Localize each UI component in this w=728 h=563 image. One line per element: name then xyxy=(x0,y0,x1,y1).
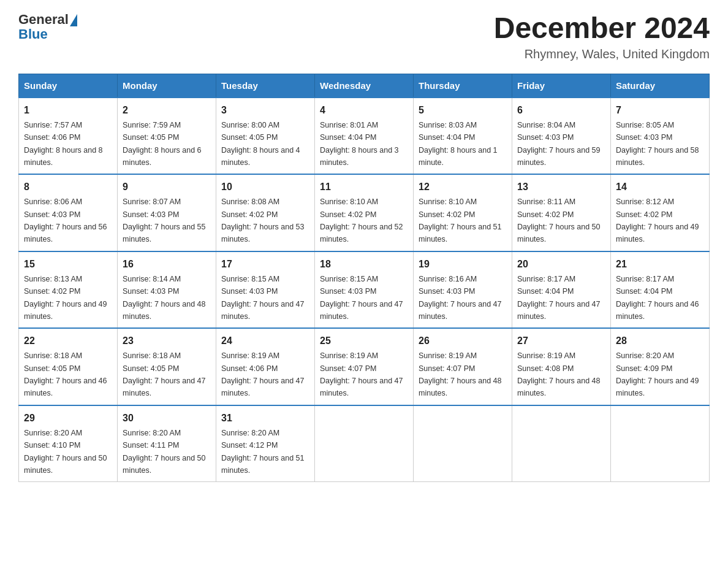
day-number: 31 xyxy=(221,411,309,426)
day-info: Sunrise: 8:15 AMSunset: 4:03 PMDaylight:… xyxy=(320,275,403,321)
calendar-day-cell: 22 Sunrise: 8:18 AMSunset: 4:05 PMDaylig… xyxy=(19,328,118,405)
day-number: 2 xyxy=(123,103,211,118)
day-number: 29 xyxy=(24,411,112,426)
calendar-day-cell: 21 Sunrise: 8:17 AMSunset: 4:04 PMDaylig… xyxy=(611,251,710,329)
day-info: Sunrise: 8:05 AMSunset: 4:03 PMDaylight:… xyxy=(616,121,699,167)
day-number: 14 xyxy=(616,180,704,194)
day-info: Sunrise: 8:04 AMSunset: 4:03 PMDaylight:… xyxy=(517,121,601,167)
day-number: 5 xyxy=(419,103,507,118)
calendar-day-cell: 31 Sunrise: 8:20 AMSunset: 4:12 PMDaylig… xyxy=(216,405,315,482)
day-info: Sunrise: 8:07 AMSunset: 4:03 PMDaylight:… xyxy=(123,197,206,243)
calendar-day-cell: 19 Sunrise: 8:16 AMSunset: 4:03 PMDaylig… xyxy=(414,251,512,329)
calendar-day-cell xyxy=(611,405,710,482)
calendar-table: SundayMondayTuesdayWednesdayThursdayFrid… xyxy=(18,74,710,483)
day-info: Sunrise: 8:20 AMSunset: 4:09 PMDaylight:… xyxy=(616,351,699,397)
days-header-row: SundayMondayTuesdayWednesdayThursdayFrid… xyxy=(19,74,710,98)
day-number: 9 xyxy=(123,180,211,194)
calendar-day-cell: 14 Sunrise: 8:12 AMSunset: 4:02 PMDaylig… xyxy=(611,174,710,251)
calendar-day-cell: 17 Sunrise: 8:15 AMSunset: 4:03 PMDaylig… xyxy=(216,251,315,329)
day-info: Sunrise: 8:11 AMSunset: 4:02 PMDaylight:… xyxy=(517,197,601,243)
day-info: Sunrise: 7:59 AMSunset: 4:05 PMDaylight:… xyxy=(123,121,202,167)
day-info: Sunrise: 8:17 AMSunset: 4:04 PMDaylight:… xyxy=(517,275,601,321)
day-number: 20 xyxy=(517,257,605,272)
day-number: 24 xyxy=(221,334,309,348)
day-of-week-header: Tuesday xyxy=(216,74,315,98)
calendar-day-cell: 12 Sunrise: 8:10 AMSunset: 4:02 PMDaylig… xyxy=(414,174,512,251)
day-info: Sunrise: 8:00 AMSunset: 4:05 PMDaylight:… xyxy=(221,121,300,167)
calendar-week-row: 15 Sunrise: 8:13 AMSunset: 4:02 PMDaylig… xyxy=(19,251,710,329)
day-number: 17 xyxy=(221,257,309,272)
calendar-day-cell: 16 Sunrise: 8:14 AMSunset: 4:03 PMDaylig… xyxy=(118,251,216,329)
day-of-week-header: Saturday xyxy=(611,74,710,98)
day-number: 12 xyxy=(419,180,507,194)
calendar-day-cell: 23 Sunrise: 8:18 AMSunset: 4:05 PMDaylig… xyxy=(118,328,216,405)
day-info: Sunrise: 8:08 AMSunset: 4:02 PMDaylight:… xyxy=(221,197,305,243)
day-number: 3 xyxy=(221,103,309,118)
calendar-day-cell: 7 Sunrise: 8:05 AMSunset: 4:03 PMDayligh… xyxy=(611,98,710,175)
day-info: Sunrise: 7:57 AMSunset: 4:06 PMDaylight:… xyxy=(24,121,103,167)
header-right: December 2024 Rhymney, Wales, United Kin… xyxy=(494,12,710,61)
month-title: December 2024 xyxy=(494,12,710,45)
day-info: Sunrise: 8:01 AMSunset: 4:04 PMDaylight:… xyxy=(320,121,399,167)
calendar-day-cell: 8 Sunrise: 8:06 AMSunset: 4:03 PMDayligh… xyxy=(19,174,118,251)
day-info: Sunrise: 8:15 AMSunset: 4:03 PMDaylight:… xyxy=(221,275,305,321)
calendar-week-row: 8 Sunrise: 8:06 AMSunset: 4:03 PMDayligh… xyxy=(19,174,710,251)
day-number: 23 xyxy=(123,334,211,348)
calendar-week-row: 22 Sunrise: 8:18 AMSunset: 4:05 PMDaylig… xyxy=(19,328,710,405)
calendar-day-cell: 24 Sunrise: 8:19 AMSunset: 4:06 PMDaylig… xyxy=(216,328,315,405)
day-info: Sunrise: 8:20 AMSunset: 4:10 PMDaylight:… xyxy=(24,429,107,475)
day-number: 25 xyxy=(320,334,408,348)
day-info: Sunrise: 8:20 AMSunset: 4:12 PMDaylight:… xyxy=(221,429,305,475)
day-info: Sunrise: 8:18 AMSunset: 4:05 PMDaylight:… xyxy=(24,351,107,397)
day-number: 28 xyxy=(616,334,704,348)
day-info: Sunrise: 8:16 AMSunset: 4:03 PMDaylight:… xyxy=(419,275,502,321)
day-info: Sunrise: 8:19 AMSunset: 4:07 PMDaylight:… xyxy=(419,351,502,397)
day-info: Sunrise: 8:12 AMSunset: 4:02 PMDaylight:… xyxy=(616,197,699,243)
day-of-week-header: Thursday xyxy=(414,74,512,98)
day-info: Sunrise: 8:10 AMSunset: 4:02 PMDaylight:… xyxy=(320,197,403,243)
day-of-week-header: Monday xyxy=(118,74,216,98)
calendar-day-cell: 29 Sunrise: 8:20 AMSunset: 4:10 PMDaylig… xyxy=(19,405,118,482)
calendar-day-cell: 30 Sunrise: 8:20 AMSunset: 4:11 PMDaylig… xyxy=(118,405,216,482)
day-number: 15 xyxy=(24,257,112,272)
calendar-day-cell: 5 Sunrise: 8:03 AMSunset: 4:04 PMDayligh… xyxy=(414,98,512,175)
day-info: Sunrise: 8:19 AMSunset: 4:07 PMDaylight:… xyxy=(320,351,403,397)
calendar-day-cell: 1 Sunrise: 7:57 AMSunset: 4:06 PMDayligh… xyxy=(19,98,118,175)
day-number: 26 xyxy=(419,334,507,348)
day-info: Sunrise: 8:14 AMSunset: 4:03 PMDaylight:… xyxy=(123,275,206,321)
day-of-week-header: Wednesday xyxy=(315,74,414,98)
day-number: 8 xyxy=(24,180,112,194)
logo-blue-text: Blue xyxy=(18,27,77,42)
logo-triangle-icon xyxy=(70,14,77,26)
calendar-day-cell: 3 Sunrise: 8:00 AMSunset: 4:05 PMDayligh… xyxy=(216,98,315,175)
day-number: 11 xyxy=(320,180,408,194)
day-info: Sunrise: 8:17 AMSunset: 4:04 PMDaylight:… xyxy=(616,275,699,321)
day-number: 1 xyxy=(24,103,112,118)
day-of-week-header: Sunday xyxy=(19,74,118,98)
day-number: 16 xyxy=(123,257,211,272)
day-number: 30 xyxy=(123,411,211,426)
day-info: Sunrise: 8:06 AMSunset: 4:03 PMDaylight:… xyxy=(24,197,107,243)
day-number: 21 xyxy=(616,257,704,272)
calendar-day-cell: 11 Sunrise: 8:10 AMSunset: 4:02 PMDaylig… xyxy=(315,174,414,251)
day-info: Sunrise: 8:18 AMSunset: 4:05 PMDaylight:… xyxy=(123,351,206,397)
calendar-day-cell: 15 Sunrise: 8:13 AMSunset: 4:02 PMDaylig… xyxy=(19,251,118,329)
calendar-day-cell: 6 Sunrise: 8:04 AMSunset: 4:03 PMDayligh… xyxy=(512,98,611,175)
calendar-day-cell: 26 Sunrise: 8:19 AMSunset: 4:07 PMDaylig… xyxy=(414,328,512,405)
calendar-day-cell xyxy=(512,405,611,482)
calendar-day-cell: 2 Sunrise: 7:59 AMSunset: 4:05 PMDayligh… xyxy=(118,98,216,175)
calendar-day-cell: 20 Sunrise: 8:17 AMSunset: 4:04 PMDaylig… xyxy=(512,251,611,329)
calendar-day-cell: 27 Sunrise: 8:19 AMSunset: 4:08 PMDaylig… xyxy=(512,328,611,405)
day-info: Sunrise: 8:19 AMSunset: 4:08 PMDaylight:… xyxy=(517,351,601,397)
logo: General Blue xyxy=(18,12,77,42)
day-of-week-header: Friday xyxy=(512,74,611,98)
day-number: 18 xyxy=(320,257,408,272)
day-number: 22 xyxy=(24,334,112,348)
day-info: Sunrise: 8:03 AMSunset: 4:04 PMDaylight:… xyxy=(419,121,498,167)
calendar-day-cell xyxy=(414,405,512,482)
day-number: 7 xyxy=(616,103,704,118)
day-info: Sunrise: 8:10 AMSunset: 4:02 PMDaylight:… xyxy=(419,197,502,243)
day-info: Sunrise: 8:19 AMSunset: 4:06 PMDaylight:… xyxy=(221,351,305,397)
day-number: 27 xyxy=(517,334,605,348)
calendar-day-cell: 18 Sunrise: 8:15 AMSunset: 4:03 PMDaylig… xyxy=(315,251,414,329)
